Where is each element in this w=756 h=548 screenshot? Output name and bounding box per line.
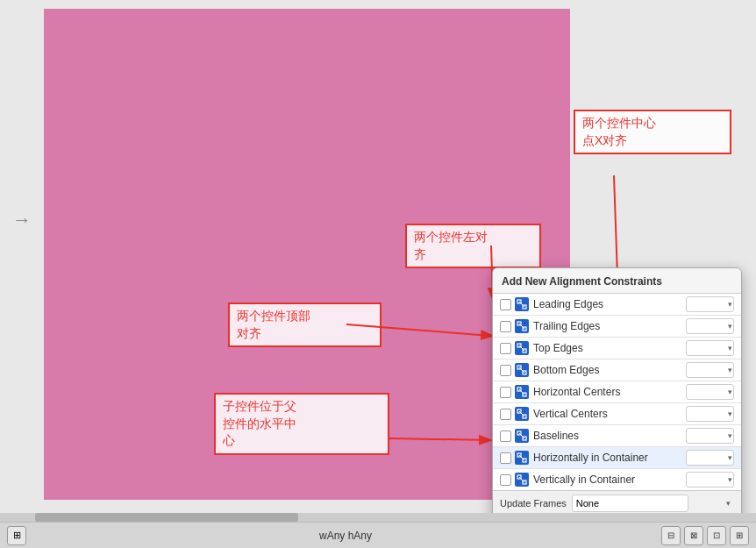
constraint-select-1[interactable]: 0 [686,318,734,334]
constraint-checkbox-1[interactable] [500,321,511,332]
toolbar-icon-4[interactable]: ⊞ [730,526,749,545]
size-label: wAny hAny [30,530,661,542]
left-arrow-icon: → [12,209,32,231]
constraint-row-6: Baselines 0 [493,425,741,447]
constraint-icon-7 [515,451,529,465]
scrollbar-thumb[interactable] [35,513,298,522]
annotation-bottom1: 两个控件顶部 对齐 [228,302,382,347]
constraint-icon-8 [515,473,529,487]
constraint-row-0: Leading Edges 0 [493,294,741,316]
constraint-rows-container: Leading Edges 0 Trailing Edges 0 Top Edg… [493,294,741,490]
toolbar-left: ⊞ [7,526,30,545]
constraint-label-4: Horizontal Centers [533,386,686,398]
constraint-select-4[interactable]: 0 [686,384,734,400]
constraint-checkbox-4[interactable] [500,387,511,398]
constraint-select-wrapper-7: 0 [686,450,734,466]
constraint-checkbox-7[interactable] [500,452,511,464]
constraint-label-5: Vertical Centers [533,408,686,420]
constraint-label-2: Top Edges [533,342,686,354]
view-as-icon[interactable]: ⊞ [7,526,26,545]
svg-line-22 [519,411,524,416]
constraint-select-2[interactable]: 0 [686,340,734,356]
constraint-icon-0 [515,297,529,311]
constraint-icon-1 [515,319,529,333]
update-frames-select-wrapper: None Items of New Constraints All Frames… [572,495,734,512]
constraint-select-wrapper-6: 0 [686,428,734,444]
constraint-row-5: Vertical Centers 0 [493,403,741,425]
panel-title: Add New Alignment Constraints [493,268,741,294]
svg-line-13 [519,345,524,351]
constraint-select-wrapper-2: 0 [686,340,734,356]
constraint-select-wrapper-3: 0 [686,362,734,378]
bottom-toolbar: ⊞ wAny hAny ⊟ ⊠ ⊡ ⊞ [0,522,756,548]
svg-line-16 [519,367,524,373]
constraint-checkbox-8[interactable] [500,474,511,486]
constraint-row-1: Trailing Edges 0 [493,316,741,338]
toolbar-icon-2[interactable]: ⊠ [684,526,703,545]
constraint-icon-2 [515,341,529,355]
constraint-label-8: Vertically in Container [533,473,686,486]
annotation-top-right: 两个控件中心 点X对齐 [574,110,731,154]
constraint-select-wrapper-8: 0 [686,472,734,488]
constraint-checkbox-6[interactable] [500,431,511,442]
constraint-select-wrapper-1: 0 [686,318,734,334]
constraint-select-8[interactable]: 0 [686,472,734,488]
constraint-icon-4 [515,385,529,399]
constraint-row-7: Horizontally in Container 0 [493,447,741,469]
constraint-select-5[interactable]: 0 [686,406,734,422]
constraint-select-wrapper-4: 0 [686,384,734,400]
constraint-icon-3 [515,363,529,377]
constraint-label-1: Trailing Edges [533,320,686,332]
constraint-row-4: Horizontal Centers 0 [493,381,741,403]
constraint-select-0[interactable]: 0 [686,296,734,312]
constraint-icon-5 [515,407,529,421]
constraint-select-wrapper-0: 0 [686,296,734,312]
constraint-select-3[interactable]: 0 [686,362,734,378]
toolbar-right: ⊟ ⊠ ⊡ ⊞ [661,526,749,545]
svg-line-25 [519,433,524,438]
constraint-label-3: Bottom Edges [533,364,686,376]
svg-line-7 [519,302,524,307]
constraint-row-2: Top Edges 0 [493,338,741,359]
update-frames-select[interactable]: None Items of New Constraints All Frames… [572,495,688,512]
constraints-panel: Add New Alignment Constraints Leading Ed… [492,267,742,544]
constraint-select-7[interactable]: 0 [686,450,734,466]
constraint-checkbox-3[interactable] [500,365,511,376]
constraint-label-7: Horizontally in Container [533,452,686,464]
constraint-label-0: Leading Edges [533,298,686,310]
constraint-icon-6 [515,429,529,443]
svg-line-28 [519,455,524,460]
constraint-checkbox-0[interactable] [500,299,511,310]
annotation-middle: 两个控件左对 齐 [405,224,541,268]
update-frames-row: Update Frames None Items of New Constrai… [493,490,741,516]
constraint-select-wrapper-5: 0 [686,406,734,422]
constraint-checkbox-5[interactable] [500,409,511,420]
constraint-label-6: Baselines [533,430,686,442]
constraint-row-3: Bottom Edges 0 [493,359,741,381]
update-frames-label: Update Frames [500,498,567,509]
horizontal-scrollbar[interactable] [0,513,756,522]
svg-line-10 [519,324,524,329]
svg-line-31 [519,477,524,482]
constraint-select-6[interactable]: 0 [686,428,734,444]
svg-line-19 [519,389,524,395]
constraint-row-8: Vertically in Container 0 [493,469,741,490]
constraint-checkbox-2[interactable] [500,343,511,354]
toolbar-icon-3[interactable]: ⊡ [707,526,726,545]
toolbar-icon-1[interactable]: ⊟ [661,526,681,545]
annotation-bottom2: 子控件位于父 控件的水平中 心 [214,393,389,455]
